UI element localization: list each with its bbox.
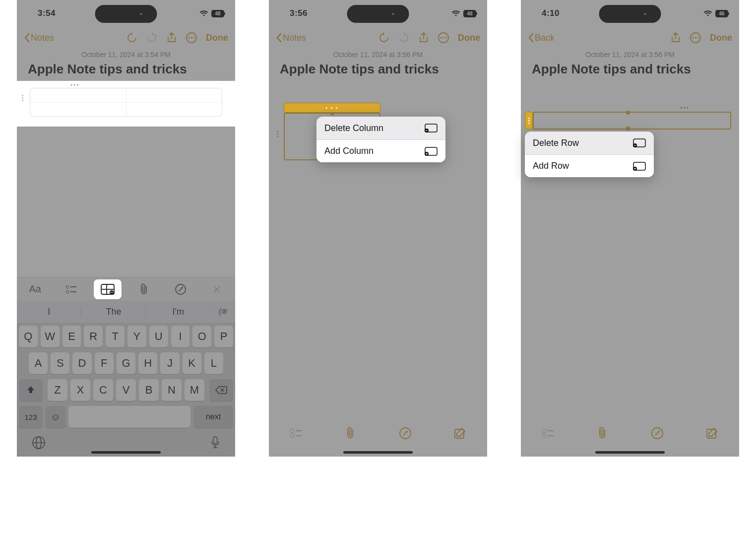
mic-key[interactable] [210,436,220,452]
close-toolbar-button[interactable] [203,279,231,299]
key-u[interactable]: U [149,326,168,347]
key-d[interactable]: D [72,352,91,374]
note-title[interactable]: Apple Note tips and tricks [17,59,235,81]
attachment-icon[interactable] [596,427,609,440]
key-b[interactable]: B [139,379,159,401]
compose-icon[interactable] [453,427,466,440]
menu-add-row[interactable]: Add Row [525,154,654,177]
undo-icon[interactable] [378,32,389,43]
key-o[interactable]: O [192,326,211,347]
key-w[interactable]: W [41,326,60,347]
key-p[interactable]: P [214,326,233,347]
inserted-table[interactable] [30,88,222,117]
more-icon[interactable] [690,32,701,43]
back-button[interactable]: Back [528,33,555,43]
wifi-icon [199,10,208,17]
table-button[interactable] [94,279,122,299]
key-v[interactable]: V [116,379,136,401]
markup-button[interactable] [167,279,194,299]
suggestion-1[interactable]: I [17,307,81,317]
table-area[interactable]: ••• [17,81,235,127]
key-y[interactable]: Y [127,326,146,347]
checklist-button[interactable] [58,279,85,299]
column-handle-selected[interactable]: • • • [284,103,380,113]
markup-icon[interactable] [399,427,412,440]
undo-icon[interactable] [126,32,137,43]
key-a[interactable]: A [29,352,48,374]
key-k[interactable]: K [183,352,201,374]
nav-bar: Back Done [521,27,739,49]
suggestion-lang[interactable]: (क [210,307,235,316]
home-indicator[interactable] [91,451,161,454]
numbers-key[interactable]: 123 [19,406,43,428]
markup-icon[interactable] [651,427,664,440]
key-s[interactable]: S [51,352,69,374]
key-h[interactable]: H [138,352,157,374]
key-j[interactable]: J [160,352,179,374]
column-handle-icon[interactable]: ••• [680,105,690,112]
checklist-icon[interactable] [542,427,555,440]
more-icon[interactable] [438,32,449,43]
key-i[interactable]: I [171,326,190,347]
key-e[interactable]: E [63,326,81,347]
share-icon[interactable] [166,32,177,43]
note-title[interactable]: Apple Note tips and tricks [269,59,487,81]
dynamic-island [599,5,661,23]
chevron-left-icon [276,33,282,43]
svg-point-23 [445,37,447,39]
key-x[interactable]: X [70,379,90,401]
shift-key[interactable] [19,379,43,401]
home-indicator[interactable] [343,451,413,454]
back-button[interactable]: Notes [276,33,306,43]
menu-delete-column[interactable]: Delete Column [316,117,445,139]
key-f[interactable]: F [95,352,114,374]
row-handle-icon[interactable] [22,95,23,101]
key-n[interactable]: N [162,379,182,401]
done-button[interactable]: Done [710,33,732,43]
menu-delete-row[interactable]: Delete Row [525,132,654,154]
menu-label: Delete Row [533,138,579,148]
row-context-menu: Delete Row Add Row [525,132,654,177]
globe-key[interactable] [32,436,46,452]
svg-rect-19 [213,437,217,444]
attachment-icon[interactable] [344,427,357,440]
suggestion-2[interactable]: The [81,307,145,317]
key-q[interactable]: Q [19,326,38,347]
key-l[interactable]: L [204,352,223,374]
row-handle-selected[interactable] [525,112,533,130]
attachment-button[interactable] [130,279,158,299]
space-key[interactable] [68,406,190,428]
home-indicator[interactable] [595,451,665,454]
share-icon[interactable] [418,32,429,43]
done-button[interactable]: Done [458,33,480,43]
menu-add-column[interactable]: Add Column [316,139,445,162]
svg-point-1 [189,37,190,39]
key-m[interactable]: M [185,379,204,401]
emoji-key[interactable]: ☺ [46,406,65,428]
backspace-key[interactable] [209,379,233,401]
suggestion-3[interactable]: I'm [146,307,210,317]
next-key[interactable]: next [193,406,233,428]
row-handle-icon[interactable] [277,131,278,137]
key-g[interactable]: G [117,352,135,374]
back-button[interactable]: Notes [24,33,54,43]
key-c[interactable]: C [93,379,113,401]
checklist-icon[interactable] [290,427,303,440]
key-t[interactable]: T [106,326,125,347]
note-title[interactable]: Apple Note tips and tricks [521,59,739,81]
key-z[interactable]: Z [48,379,67,401]
menu-label: Delete Column [324,123,383,134]
bottom-toolbar [521,421,739,446]
redo-icon[interactable] [398,32,409,43]
svg-point-4 [66,285,69,288]
redo-icon[interactable] [146,32,157,43]
text-style-button[interactable]: Aa [21,279,49,299]
selected-row-outline [533,112,731,130]
key-r[interactable]: R [84,326,103,347]
battery-icon: 48 [463,10,476,17]
dynamic-island [95,5,157,23]
more-icon[interactable] [186,32,197,43]
share-icon[interactable] [670,32,681,43]
done-button[interactable]: Done [206,33,228,43]
compose-icon[interactable] [705,427,718,440]
